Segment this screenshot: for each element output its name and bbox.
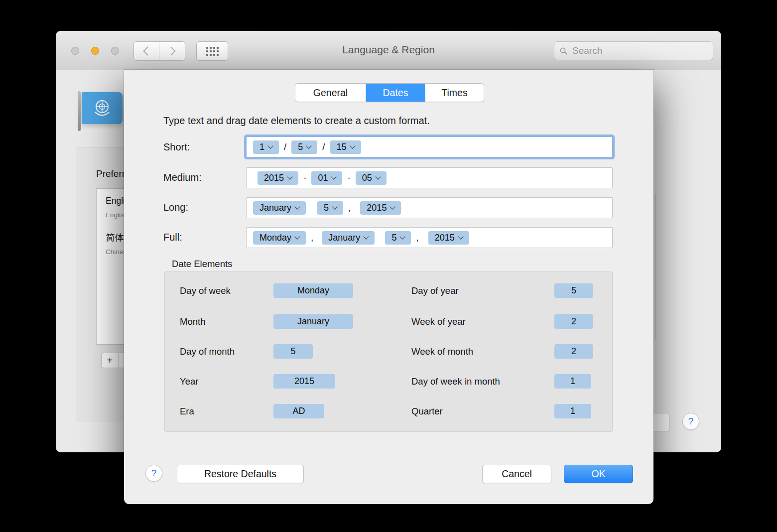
medium-format-label: Medium:	[163, 172, 202, 183]
date-token[interactable]: 15	[330, 140, 361, 154]
short-format-label: Short:	[163, 141, 190, 153]
date-token[interactable]: 05	[356, 171, 387, 185]
element-label: Year	[180, 374, 198, 389]
date-elements-panel: Day of week Monday Month January Day of …	[164, 271, 613, 432]
element-chip-day-of-week[interactable]: Monday	[273, 283, 353, 298]
element-chip-week-of-year[interactable]: 2	[554, 314, 593, 329]
chevron-down-icon	[294, 234, 300, 239]
token-separator: ,	[348, 202, 351, 213]
chevron-down-icon	[350, 143, 355, 148]
titlebar: Language & Region	[56, 31, 721, 70]
element-label: Day of month	[180, 344, 235, 359]
medium-format-field[interactable]: 2015 - 01 - 05	[246, 167, 613, 188]
date-token[interactable]: 5	[385, 231, 411, 245]
restore-defaults-button[interactable]: Restore Defaults	[177, 465, 304, 483]
full-format-field[interactable]: Monday , January 5 , 2015	[246, 227, 613, 248]
chevron-down-icon	[294, 204, 300, 209]
chevron-down-icon	[332, 204, 337, 209]
flag-pole	[78, 91, 81, 131]
tab-general[interactable]: General	[295, 84, 366, 102]
date-token[interactable]: 2015	[428, 231, 469, 245]
token-label: January	[259, 203, 291, 213]
token-label: 2015	[435, 233, 455, 243]
search-field[interactable]	[554, 41, 713, 60]
chevron-down-icon	[390, 204, 395, 209]
token-label: 05	[362, 173, 372, 183]
desktop-background: Language & Region Preferred languages:	[0, 0, 777, 532]
element-label: Month	[180, 314, 205, 329]
token-label: Monday	[259, 233, 291, 243]
element-chip-week-of-month[interactable]: 2	[554, 344, 593, 359]
token-label: 5	[298, 142, 303, 152]
date-token[interactable]: Monday	[253, 231, 306, 245]
token-label: 5	[324, 203, 329, 213]
element-chip-month[interactable]: January	[273, 314, 353, 329]
element-label: Day of week in month	[411, 374, 500, 389]
element-chip-quarter[interactable]: 1	[554, 404, 591, 418]
element-label: Week of month	[411, 344, 473, 359]
token-separator: /	[284, 141, 286, 152]
region-box-border	[655, 194, 656, 340]
cancel-button[interactable]: Cancel	[482, 465, 551, 483]
chevron-down-icon	[364, 234, 369, 239]
un-flag-icon	[82, 92, 123, 124]
date-token[interactable]: January	[322, 231, 375, 245]
date-token[interactable]: 5	[317, 201, 343, 215]
chevron-down-icon	[306, 143, 312, 148]
window-help-button[interactable]: ?	[682, 413, 699, 430]
date-token[interactable]: 2015	[258, 171, 298, 185]
token-label: 2015	[367, 203, 387, 213]
date-token[interactable]: 01	[311, 171, 342, 185]
full-format-label: Full:	[163, 232, 182, 243]
ok-button[interactable]: OK	[564, 465, 633, 483]
element-chip-day-of-week-in-month[interactable]: 1	[554, 374, 591, 389]
search-input[interactable]	[571, 45, 707, 57]
short-format-field[interactable]: 1 / 5 / 15	[246, 136, 613, 157]
format-tabs: General Dates Times	[295, 83, 484, 102]
token-label: 15	[337, 142, 347, 152]
token-label: 1	[259, 142, 264, 152]
date-token[interactable]: 1	[253, 140, 279, 154]
token-label: 01	[318, 173, 328, 183]
date-token[interactable]: 5	[291, 140, 317, 154]
chevron-down-icon	[267, 143, 273, 148]
token-separator: ,	[311, 232, 313, 243]
long-format-label: Long:	[163, 202, 188, 213]
long-format-field[interactable]: January 5 , 2015	[246, 197, 613, 218]
token-label: January	[328, 233, 360, 243]
search-icon	[560, 47, 567, 55]
token-separator: ,	[416, 232, 418, 243]
chevron-down-icon	[400, 234, 405, 239]
sheet-help-button[interactable]: ?	[145, 465, 162, 482]
date-elements-title: Date Elements	[172, 259, 232, 269]
chevron-down-icon	[458, 234, 463, 239]
element-chip-day-of-year[interactable]: 5	[554, 283, 593, 298]
token-label: 2015	[264, 173, 284, 183]
chevron-down-icon	[331, 174, 337, 179]
un-emblem-icon	[89, 97, 115, 120]
token-label: 5	[391, 233, 396, 243]
element-label: Day of year	[411, 283, 459, 298]
element-label: Day of week	[180, 283, 231, 298]
element-label: Era	[180, 404, 194, 418]
tab-dates[interactable]: Dates	[366, 84, 425, 102]
element-chip-day-of-month[interactable]: 5	[273, 344, 313, 359]
token-separator: -	[303, 172, 306, 183]
date-token[interactable]: January	[253, 201, 306, 215]
element-label: Week of year	[411, 314, 466, 329]
token-separator: -	[347, 172, 350, 183]
element-label: Quarter	[411, 404, 443, 418]
element-chip-era[interactable]: AD	[273, 404, 324, 418]
instruction-text: Type text and drag date elements to crea…	[163, 115, 430, 127]
chevron-down-icon	[287, 174, 292, 179]
date-token[interactable]: 2015	[360, 201, 401, 215]
element-chip-year[interactable]: 2015	[273, 374, 335, 389]
chevron-down-icon	[375, 174, 381, 179]
tab-times[interactable]: Times	[425, 84, 484, 102]
add-language-button[interactable]: +	[102, 353, 119, 368]
token-separator: /	[322, 141, 325, 152]
dates-format-sheet: General Dates Times Type text and drag d…	[124, 70, 653, 504]
